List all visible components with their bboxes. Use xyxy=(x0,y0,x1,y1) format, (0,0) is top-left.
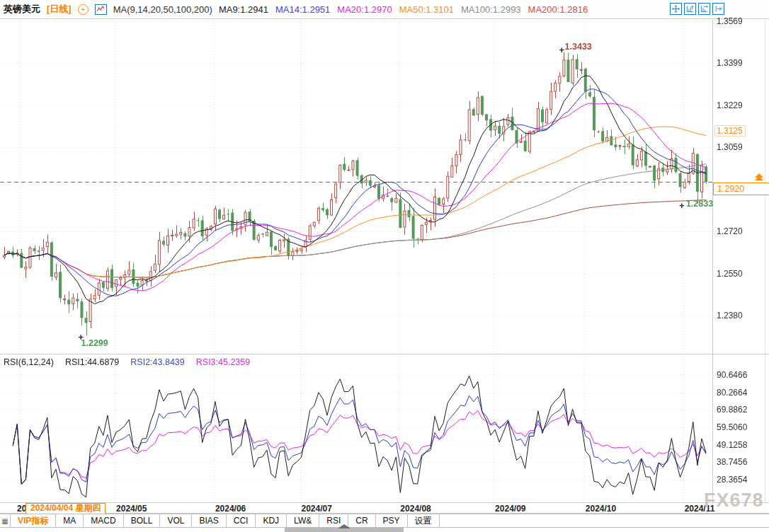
high-price-label: 1.3433 xyxy=(565,42,592,52)
toolbar-item-psy[interactable]: PSY xyxy=(376,514,408,527)
price-chart-canvas[interactable] xyxy=(0,0,769,514)
selected-date-box: 2024/04/04 星期四 xyxy=(25,503,106,514)
toolbar-item-设置[interactable]: 设置 xyxy=(408,514,440,527)
price-tick-label: 1.2380 xyxy=(717,311,743,320)
rsi-tick-label: 90.6466 xyxy=(717,370,747,380)
current-price-tag: 1.2920 xyxy=(713,183,769,195)
chart-app-window: 英镑美元 [日线] + MA(9,14,20,50,100,200) MA9:1… xyxy=(0,0,769,532)
rsi-legend: RSI(6,12,24)RSI1:44.6879RSI2:43.8439RSI3… xyxy=(4,357,261,367)
rsi-legend-item: RSI3:45.2359 xyxy=(196,357,250,367)
ma50-axis-tag: 1.3125 xyxy=(714,125,746,137)
rsi-tick-label: 28.3654 xyxy=(717,475,747,485)
price-tick-label: 1.3399 xyxy=(717,58,743,68)
up-arrow-icon xyxy=(338,524,351,528)
price-tick-label: 1.3229 xyxy=(717,100,743,110)
date-label: 2024/07 xyxy=(302,504,332,514)
rsi-tick-label: 59.5060 xyxy=(717,422,747,432)
rsi-values: RSI1:44.6879RSI2:43.8439RSI3:45.2359 xyxy=(59,357,256,367)
toolbar-item-macd[interactable]: MACD xyxy=(84,514,123,527)
rsi-tick-label: 69.8862 xyxy=(717,405,747,415)
date-axis: 2024/04/04 星期四 202024/052024/062024/0720… xyxy=(0,502,769,514)
toolbar-item-bias[interactable]: BIAS xyxy=(192,514,226,527)
fx678-watermark: FX678 xyxy=(704,490,764,511)
toolbar-item-ma[interactable]: MA xyxy=(56,514,84,527)
indicator-toolbar: ▦ VIP指标MAMACDBOLLVOLBIASCCIKDJLW&RSICRPS… xyxy=(0,514,769,528)
price-tick-label: 1.2720 xyxy=(717,226,743,236)
rsi-formula-label: RSI(6,12,24) xyxy=(4,357,54,367)
toolbar-item-cci[interactable]: CCI xyxy=(227,514,256,527)
toolbar-item-boll[interactable]: BOLL xyxy=(124,514,161,527)
date-label: 2024/10 xyxy=(586,504,616,514)
rsi-tick-label: 49.1258 xyxy=(717,440,747,450)
rsi-legend-item: RSI2:43.8439 xyxy=(130,357,184,367)
rsi-legend-item: RSI1:44.6879 xyxy=(65,357,119,367)
rsi-tick-label: 80.2664 xyxy=(717,388,747,398)
toolbar-item-kdj[interactable]: KDJ xyxy=(256,514,287,527)
toolbar-item-vol[interactable]: VOL xyxy=(160,514,192,527)
bottom-strip xyxy=(0,528,769,532)
date-label: 2024/06 xyxy=(215,504,246,514)
toolbar-item-lw&[interactable]: LW& xyxy=(287,514,319,527)
rsi-tick-label: 38.7456 xyxy=(717,457,747,467)
indicator-menu-icon[interactable]: ▦ xyxy=(0,514,11,527)
low-price-label: 1.2833 xyxy=(686,199,713,209)
price-tick-label: 1.3059 xyxy=(717,142,743,152)
date-label: 2024/09 xyxy=(495,504,525,514)
price-up-chevron-icon xyxy=(755,173,763,179)
low-price-label: 1.2299 xyxy=(81,338,108,348)
price-tick-label: 1.2550 xyxy=(717,269,743,279)
low-marker: + xyxy=(679,202,685,209)
toolbar-item-cr[interactable]: CR xyxy=(348,514,375,527)
date-label: 2024/05 xyxy=(116,504,147,514)
price-tick-label: 1.3569 xyxy=(717,16,743,26)
toolbar-item-vip指标[interactable]: VIP指标 xyxy=(11,514,56,527)
high-marker: + xyxy=(559,47,565,54)
date-label: 2024/08 xyxy=(400,504,431,514)
collapse-panel-handle[interactable] xyxy=(285,528,404,532)
